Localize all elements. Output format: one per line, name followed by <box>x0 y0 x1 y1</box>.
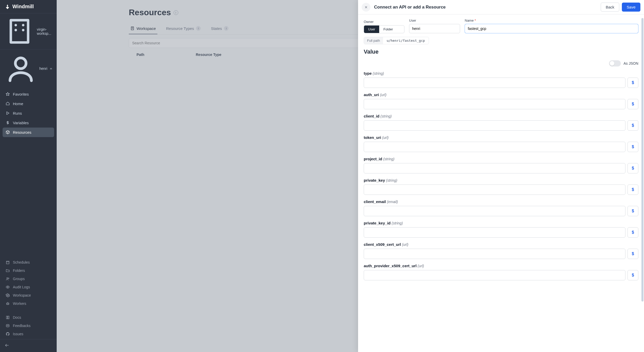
cube-icon <box>6 130 10 134</box>
field-label: auth_uri <box>364 93 379 97</box>
nav-runs[interactable]: Runs <box>3 108 54 118</box>
field-input-auth_uri[interactable] <box>364 99 625 109</box>
field-type: (string) <box>383 157 395 161</box>
field-input-type[interactable] <box>364 78 625 88</box>
scrollbar-thumb[interactable] <box>641 18 643 301</box>
svg-marker-6 <box>6 93 9 96</box>
field-type: type(string)$ <box>364 71 638 88</box>
close-icon <box>364 5 368 9</box>
scrollbar[interactable] <box>641 18 643 338</box>
user-icon <box>5 53 37 85</box>
calendar-icon <box>6 260 10 264</box>
field-type: (email) <box>387 200 398 204</box>
nav-workers[interactable]: Workers <box>3 299 54 308</box>
user-input[interactable] <box>409 24 460 33</box>
svg-rect-0 <box>11 20 28 42</box>
field-input-client_id[interactable] <box>364 120 625 131</box>
nav-home[interactable]: Home <box>3 99 54 108</box>
nav-docs[interactable]: Docs <box>3 313 54 322</box>
nav-folders[interactable]: Folders <box>3 266 54 275</box>
nav-label: Workers <box>13 301 26 306</box>
seg-folder[interactable]: Folder <box>379 26 397 33</box>
field-client_email: client_email(email)$ <box>364 199 638 216</box>
svg-point-12 <box>7 278 8 279</box>
discord-icon <box>6 324 10 328</box>
nav-workspace[interactable]: Workspace <box>3 291 54 299</box>
insert-variable-button[interactable]: $ <box>628 78 638 88</box>
close-button[interactable] <box>362 3 370 12</box>
nav-feedbacks[interactable]: Feedbacks <box>3 322 54 330</box>
insert-variable-button[interactable]: $ <box>628 227 638 238</box>
github-icon <box>6 332 10 336</box>
field-client_x509_cert_url: client_x509_cert_url(url)$ <box>364 242 638 259</box>
field-input-auth_provider_x509_cert_url[interactable] <box>364 270 625 280</box>
field-input-token_uri[interactable] <box>364 142 625 152</box>
field-token_uri: token_uri(url)$ <box>364 135 638 152</box>
field-label: private_key_id <box>364 221 391 225</box>
required-mark: * <box>474 19 476 22</box>
sidebar: Windmill virgin-worksp... henri Favorite… <box>0 0 57 352</box>
workspace-name: virgin-worksp... <box>37 27 52 36</box>
drawer-body: Owner User Folder User Name * <box>358 14 644 352</box>
nav-label: Runs <box>13 111 22 115</box>
json-toggle-row: As JSON <box>364 60 638 66</box>
drawer: Connect an API or add a Resource Back Sa… <box>358 0 644 352</box>
field-input-client_x509_cert_url[interactable] <box>364 249 625 259</box>
svg-point-21 <box>8 325 9 326</box>
name-input[interactable] <box>465 24 638 33</box>
main-content: Resources i Workspace Resource Types i S… <box>57 0 644 352</box>
crown-icon <box>50 67 52 70</box>
current-user: henri <box>39 66 47 71</box>
field-label: type <box>364 71 372 76</box>
nav-resources[interactable]: Resources <box>3 128 54 137</box>
full-path-value: u/henri/fastest_gcp <box>383 37 429 44</box>
save-button[interactable]: Save <box>622 3 640 12</box>
drawer-title: Connect an API or add a Resource <box>374 5 446 10</box>
bot-icon <box>6 301 10 306</box>
nav-variables[interactable]: Variables <box>3 118 54 128</box>
seg-user[interactable]: User <box>364 26 379 33</box>
svg-point-5 <box>15 58 26 69</box>
name-column: Name * <box>465 19 638 33</box>
insert-variable-button[interactable]: $ <box>628 120 638 131</box>
json-label: As JSON <box>623 61 638 65</box>
nav-audit[interactable]: Audit Logs <box>3 283 54 291</box>
user-label: User <box>409 19 460 22</box>
nav-schedules[interactable]: Schedules <box>3 258 54 266</box>
insert-variable-button[interactable]: $ <box>628 185 638 195</box>
field-input-private_key[interactable] <box>364 185 625 195</box>
insert-variable-button[interactable]: $ <box>628 142 638 152</box>
nav-label: Folders <box>13 269 25 273</box>
field-input-client_email[interactable] <box>364 206 625 216</box>
windmill-icon <box>5 4 10 10</box>
field-input-project_id[interactable] <box>364 163 625 173</box>
back-button[interactable]: Back <box>601 3 619 12</box>
insert-variable-button[interactable]: $ <box>628 206 638 216</box>
field-private_key_id: private_key_id(string)$ <box>364 221 638 238</box>
nav-issues[interactable]: Issues <box>3 330 54 338</box>
brand-logo[interactable]: Windmill <box>0 0 57 13</box>
svg-marker-7 <box>7 112 9 115</box>
insert-variable-button[interactable]: $ <box>628 163 638 173</box>
insert-variable-button[interactable]: $ <box>628 99 638 109</box>
nav-favorites[interactable]: Favorites <box>3 89 54 99</box>
insert-variable-button[interactable]: $ <box>628 249 638 259</box>
star-icon <box>6 92 10 96</box>
drawer-header: Connect an API or add a Resource Back Sa… <box>358 0 644 14</box>
gear-icon <box>6 293 10 297</box>
field-label: private_key <box>364 178 385 182</box>
insert-variable-button[interactable]: $ <box>628 270 638 280</box>
book-icon <box>6 315 10 320</box>
user-menu[interactable]: henri <box>0 49 57 88</box>
nav-label: Groups <box>13 277 25 281</box>
nav-label: Favorites <box>13 92 29 96</box>
field-label: client_x509_cert_url <box>364 242 401 247</box>
sidebar-collapse[interactable] <box>0 339 57 352</box>
nav-groups[interactable]: Groups <box>3 275 54 283</box>
value-heading: Value <box>364 48 638 55</box>
json-toggle[interactable] <box>609 60 621 66</box>
field-auth_provider_x509_cert_url: auth_provider_x509_cert_url(url)$ <box>364 264 638 280</box>
workspace-selector[interactable]: virgin-worksp... <box>0 13 57 49</box>
eye-icon <box>6 285 10 289</box>
field-input-private_key_id[interactable] <box>364 227 625 238</box>
